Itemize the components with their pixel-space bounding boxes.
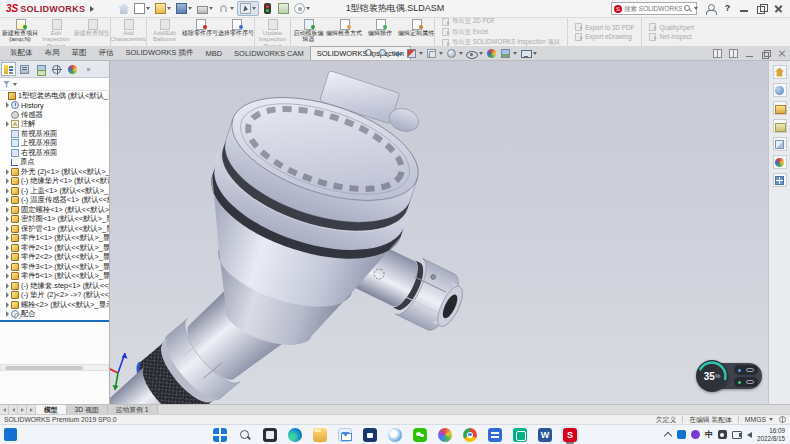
tree-item[interactable]: 外壳 (2)<1> (默认<<默认>_显示状 bbox=[0, 167, 109, 177]
undo-icon[interactable] bbox=[216, 1, 236, 16]
export-2d-pdf-button[interactable]: 导出至 2D PDF bbox=[442, 17, 560, 26]
tree-item[interactable]: 传感器 bbox=[0, 110, 109, 120]
edit-appearance-icon[interactable] bbox=[486, 48, 497, 59]
ime-mode-icon[interactable] bbox=[718, 430, 727, 439]
expand-icon[interactable] bbox=[6, 216, 9, 222]
expand-icon[interactable] bbox=[6, 226, 9, 232]
document-tab[interactable]: 运动算例 1 bbox=[108, 405, 158, 414]
ime-language-indicator[interactable]: 中 bbox=[705, 429, 713, 440]
display-style-icon[interactable] bbox=[446, 48, 463, 59]
new-inspection-project-button[interactable]: 新建检查项目 (amp;N) bbox=[2, 18, 38, 46]
edit-inspection-project-button[interactable]: Edit Inspection Project bbox=[38, 18, 74, 46]
expand-icon[interactable] bbox=[6, 264, 9, 270]
sw-resources-icon[interactable] bbox=[773, 83, 787, 97]
expand-icon[interactable] bbox=[6, 245, 9, 251]
save-icon[interactable] bbox=[174, 1, 194, 16]
solidworks-logo[interactable]: 3S SOLIDWORKS bbox=[2, 3, 98, 14]
scrollbar-thumb[interactable] bbox=[5, 366, 83, 370]
add-characteristic-button[interactable]: Add Characteristic bbox=[110, 18, 146, 46]
search-input[interactable] bbox=[624, 5, 682, 12]
doc-close-icon[interactable] bbox=[777, 49, 786, 58]
tree-item[interactable]: History bbox=[0, 101, 109, 111]
view-orientation-icon[interactable] bbox=[426, 48, 443, 59]
options-icon[interactable] bbox=[292, 1, 312, 16]
expand-icon[interactable] bbox=[6, 302, 9, 308]
wechat-icon[interactable] bbox=[411, 426, 429, 443]
units-selector[interactable]: MMGS bbox=[745, 416, 773, 423]
mail-icon[interactable] bbox=[336, 426, 354, 443]
command-tab[interactable]: 评估 bbox=[93, 46, 120, 60]
zoom-to-fit-icon[interactable] bbox=[364, 48, 375, 59]
new-inspection-report-button[interactable]: 新建检查报告 bbox=[74, 18, 110, 46]
tree-item[interactable]: 上视基准面 bbox=[0, 139, 109, 149]
tree-item[interactable]: 零件5<1> (默认<<默认>_显示状 bbox=[0, 272, 109, 282]
hide-show-items-icon[interactable] bbox=[466, 48, 483, 59]
percent-overlay-widget[interactable]: 35% bbox=[696, 360, 762, 392]
expand-icon[interactable] bbox=[6, 311, 9, 317]
configurationmanager-tab[interactable] bbox=[33, 62, 48, 76]
edit-custom-properties-button[interactable]: 编辑定制属性 bbox=[398, 18, 434, 46]
doc-restore-icon[interactable] bbox=[761, 49, 770, 58]
tree-item[interactable]: 密封圈<1> (默认<<默认>_显示状 bbox=[0, 215, 109, 225]
menu-expand-icon[interactable] bbox=[90, 6, 94, 12]
expand-icon[interactable] bbox=[6, 102, 9, 108]
view-settings-icon[interactable] bbox=[520, 48, 537, 59]
new-document-icon[interactable] bbox=[132, 1, 152, 16]
search-icon[interactable] bbox=[684, 5, 691, 12]
solidworks-icon[interactable]: S bbox=[561, 426, 579, 443]
tree-item[interactable]: (-) 绝缘套.step<1> (默认<<默认> bbox=[0, 281, 109, 291]
zoom-to-area-icon[interactable] bbox=[378, 48, 389, 59]
tray-app-icon-purple[interactable] bbox=[691, 430, 700, 439]
word-icon[interactable]: W bbox=[536, 426, 554, 443]
custom-properties-icon[interactable] bbox=[773, 173, 787, 187]
tree-item[interactable]: (-) 垫片 (2)<2> ->? (默认<<默认 bbox=[0, 291, 109, 301]
tree-filter-row[interactable] bbox=[0, 78, 109, 91]
task-view-icon[interactable] bbox=[261, 426, 279, 443]
file-properties-icon[interactable] bbox=[276, 1, 291, 16]
restore-button[interactable] bbox=[756, 3, 767, 14]
taskbar-search-icon[interactable] bbox=[236, 426, 254, 443]
file-explorer-icon[interactable] bbox=[773, 119, 787, 133]
select-icon[interactable] bbox=[237, 1, 259, 16]
widget-button-bottom[interactable] bbox=[734, 377, 758, 387]
clock[interactable]: 16:09 2022/8/15 bbox=[757, 427, 787, 442]
apply-scene-icon[interactable] bbox=[500, 48, 517, 59]
propertymanager-tab[interactable] bbox=[17, 62, 32, 76]
expand-icon[interactable] bbox=[6, 121, 9, 127]
tree-item[interactable]: 零件1<1> (默认<<默认>_显示状 bbox=[0, 234, 109, 244]
tree-item[interactable]: 零件3<1> (默认<<默认>_显示状 bbox=[0, 262, 109, 272]
export-3d-pdf-button[interactable]: Export to 3D PDF bbox=[575, 23, 634, 31]
expand-icon[interactable] bbox=[6, 169, 9, 175]
tree-item[interactable]: 保护管<1> (默认<<默认>_显示状 bbox=[0, 224, 109, 234]
open-icon[interactable] bbox=[153, 1, 173, 16]
expand-icon[interactable] bbox=[6, 273, 9, 279]
featuremanager-tab[interactable] bbox=[1, 62, 16, 76]
login-icon[interactable] bbox=[705, 3, 716, 14]
rebuild-icon[interactable] bbox=[260, 1, 275, 16]
minimize-button[interactable] bbox=[739, 3, 750, 14]
tree-item[interactable]: 配合 bbox=[0, 310, 109, 320]
blue-app-icon[interactable] bbox=[486, 426, 504, 443]
panel-overflow-tab[interactable]: » bbox=[81, 62, 96, 76]
web-help-icon[interactable] bbox=[779, 416, 786, 423]
volume-icon[interactable] bbox=[747, 432, 752, 438]
expand-icon[interactable] bbox=[6, 235, 9, 241]
close-button[interactable] bbox=[773, 3, 784, 14]
expand-icon[interactable] bbox=[6, 188, 9, 194]
assistant-icon[interactable] bbox=[386, 426, 404, 443]
tree-item[interactable]: 零件2<2> (默认<<默认>_显示状 bbox=[0, 253, 109, 263]
export-excel-button[interactable]: 导出至 Excel bbox=[442, 28, 560, 37]
net-inspect-button[interactable]: Net-Inspect bbox=[649, 33, 694, 41]
section-view-icon[interactable] bbox=[406, 48, 423, 59]
command-tab[interactable]: 草图 bbox=[66, 46, 93, 60]
design-library-icon[interactable] bbox=[773, 101, 787, 115]
document-tab[interactable]: 模型 bbox=[36, 405, 67, 414]
tree-item[interactable]: (-) 绝缘垫片<1> (默认<<默认>_显 bbox=[0, 177, 109, 187]
tab-scroll-first-icon[interactable] bbox=[9, 405, 18, 414]
filter-caret[interactable] bbox=[13, 83, 17, 86]
expand-icon[interactable] bbox=[6, 254, 9, 260]
edge-icon[interactable] bbox=[286, 426, 304, 443]
command-tab[interactable]: 布局 bbox=[39, 46, 66, 60]
tree-item[interactable]: (-) 上盖<1> (默认<<默认>_显示状 bbox=[0, 186, 109, 196]
graphics-viewport[interactable]: 35% bbox=[110, 61, 768, 404]
